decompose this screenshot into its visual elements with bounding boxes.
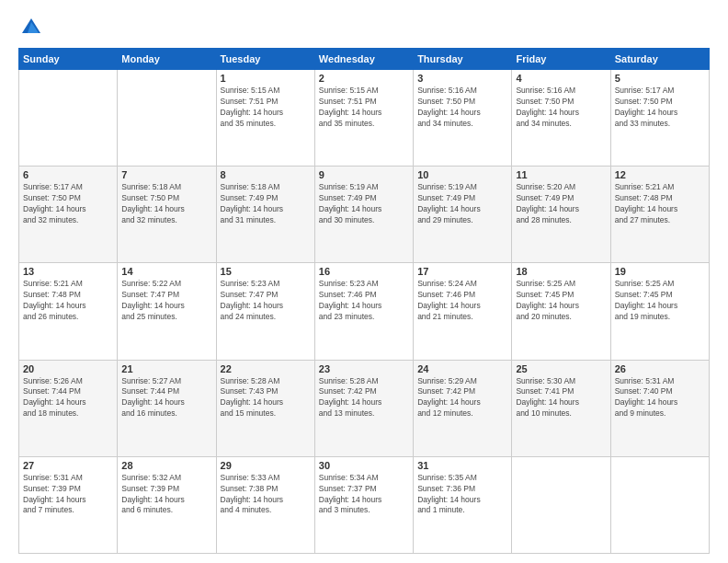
- calendar-table: SundayMondayTuesdayWednesdayThursdayFrid…: [18, 48, 710, 554]
- calendar-day-cell: 5Sunrise: 5:17 AM Sunset: 7:50 PM Daylig…: [610, 70, 709, 167]
- day-number: 14: [121, 266, 211, 277]
- day-info: Sunrise: 5:30 AM Sunset: 7:41 PM Dayligh…: [516, 376, 606, 420]
- calendar-day-cell: 7Sunrise: 5:18 AM Sunset: 7:50 PM Daylig…: [118, 167, 216, 263]
- day-number: 16: [319, 266, 409, 277]
- calendar-day-cell: 25Sunrise: 5:30 AM Sunset: 7:41 PM Dayli…: [512, 360, 610, 456]
- calendar-day-cell: 11Sunrise: 5:20 AM Sunset: 7:49 PM Dayli…: [512, 167, 610, 263]
- day-info: Sunrise: 5:18 AM Sunset: 7:50 PM Dayligh…: [121, 182, 211, 226]
- day-number: 17: [417, 266, 507, 277]
- calendar-day-cell: [512, 456, 610, 553]
- day-number: 1: [221, 73, 311, 84]
- calendar-day-cell: 10Sunrise: 5:19 AM Sunset: 7:49 PM Dayli…: [414, 167, 512, 263]
- calendar-day-cell: 28Sunrise: 5:32 AM Sunset: 7:39 PM Dayli…: [118, 456, 216, 553]
- day-number: 10: [417, 169, 507, 180]
- calendar-day-header: Wednesday: [314, 49, 413, 70]
- day-info: Sunrise: 5:24 AM Sunset: 7:46 PM Dayligh…: [417, 279, 507, 323]
- calendar-day-header: Thursday: [414, 49, 512, 70]
- day-number: 21: [121, 363, 211, 374]
- calendar-day-header: Sunday: [19, 49, 118, 70]
- day-info: Sunrise: 5:28 AM Sunset: 7:42 PM Dayligh…: [319, 376, 409, 420]
- logo-icon: [18, 15, 44, 40]
- day-info: Sunrise: 5:19 AM Sunset: 7:49 PM Dayligh…: [319, 182, 409, 226]
- calendar-day-cell: 30Sunrise: 5:34 AM Sunset: 7:37 PM Dayli…: [314, 456, 413, 553]
- day-info: Sunrise: 5:15 AM Sunset: 7:51 PM Dayligh…: [221, 86, 311, 130]
- day-number: 3: [417, 73, 507, 84]
- calendar-day-cell: 15Sunrise: 5:23 AM Sunset: 7:47 PM Dayli…: [216, 263, 314, 360]
- day-number: 5: [615, 73, 705, 84]
- day-number: 27: [23, 460, 113, 471]
- day-info: Sunrise: 5:25 AM Sunset: 7:45 PM Dayligh…: [516, 279, 606, 323]
- calendar-day-cell: 1Sunrise: 5:15 AM Sunset: 7:51 PM Daylig…: [216, 70, 314, 167]
- calendar-day-header: Tuesday: [216, 49, 314, 70]
- day-number: 31: [417, 460, 507, 471]
- calendar-day-cell: [610, 456, 709, 553]
- calendar-day-cell: 24Sunrise: 5:29 AM Sunset: 7:42 PM Dayli…: [414, 360, 512, 456]
- calendar-day-header: Monday: [118, 49, 216, 70]
- calendar-day-cell: 26Sunrise: 5:31 AM Sunset: 7:40 PM Dayli…: [610, 360, 709, 456]
- day-number: 30: [319, 460, 409, 471]
- calendar-day-cell: 20Sunrise: 5:26 AM Sunset: 7:44 PM Dayli…: [19, 360, 118, 456]
- day-info: Sunrise: 5:31 AM Sunset: 7:40 PM Dayligh…: [615, 376, 705, 420]
- day-number: 23: [319, 363, 409, 374]
- calendar-day-cell: 14Sunrise: 5:22 AM Sunset: 7:47 PM Dayli…: [118, 263, 216, 360]
- calendar-week-row: 1Sunrise: 5:15 AM Sunset: 7:51 PM Daylig…: [19, 70, 710, 167]
- day-number: 12: [615, 169, 705, 180]
- calendar-day-cell: 31Sunrise: 5:35 AM Sunset: 7:36 PM Dayli…: [414, 456, 512, 553]
- day-info: Sunrise: 5:16 AM Sunset: 7:50 PM Dayligh…: [516, 86, 606, 130]
- day-number: 29: [221, 460, 311, 471]
- calendar-day-cell: [118, 70, 216, 167]
- calendar-day-cell: 19Sunrise: 5:25 AM Sunset: 7:45 PM Dayli…: [610, 263, 709, 360]
- calendar-day-cell: 21Sunrise: 5:27 AM Sunset: 7:44 PM Dayli…: [118, 360, 216, 456]
- calendar-week-row: 27Sunrise: 5:31 AM Sunset: 7:39 PM Dayli…: [19, 456, 710, 553]
- day-number: 13: [23, 266, 113, 277]
- day-info: Sunrise: 5:33 AM Sunset: 7:38 PM Dayligh…: [221, 473, 311, 517]
- calendar-day-cell: 12Sunrise: 5:21 AM Sunset: 7:48 PM Dayli…: [610, 167, 709, 263]
- day-info: Sunrise: 5:17 AM Sunset: 7:50 PM Dayligh…: [23, 182, 113, 226]
- day-number: 8: [221, 169, 311, 180]
- day-info: Sunrise: 5:20 AM Sunset: 7:49 PM Dayligh…: [516, 182, 606, 226]
- day-number: 15: [221, 266, 311, 277]
- day-number: 2: [319, 73, 409, 84]
- calendar-day-cell: 27Sunrise: 5:31 AM Sunset: 7:39 PM Dayli…: [19, 456, 118, 553]
- calendar-day-cell: 6Sunrise: 5:17 AM Sunset: 7:50 PM Daylig…: [19, 167, 118, 263]
- day-info: Sunrise: 5:34 AM Sunset: 7:37 PM Dayligh…: [319, 473, 409, 517]
- day-number: 9: [319, 169, 409, 180]
- calendar-day-cell: 22Sunrise: 5:28 AM Sunset: 7:43 PM Dayli…: [216, 360, 314, 456]
- day-info: Sunrise: 5:23 AM Sunset: 7:46 PM Dayligh…: [319, 279, 409, 323]
- day-info: Sunrise: 5:35 AM Sunset: 7:36 PM Dayligh…: [417, 473, 507, 517]
- calendar-day-cell: 29Sunrise: 5:33 AM Sunset: 7:38 PM Dayli…: [216, 456, 314, 553]
- day-info: Sunrise: 5:28 AM Sunset: 7:43 PM Dayligh…: [221, 376, 311, 420]
- calendar-day-header: Saturday: [610, 49, 709, 70]
- calendar-day-cell: 9Sunrise: 5:19 AM Sunset: 7:49 PM Daylig…: [314, 167, 413, 263]
- calendar-header-row: SundayMondayTuesdayWednesdayThursdayFrid…: [19, 49, 710, 70]
- day-info: Sunrise: 5:32 AM Sunset: 7:39 PM Dayligh…: [121, 473, 211, 517]
- day-number: 24: [417, 363, 507, 374]
- header: [18, 15, 710, 40]
- day-info: Sunrise: 5:17 AM Sunset: 7:50 PM Dayligh…: [615, 86, 705, 130]
- calendar-day-cell: 4Sunrise: 5:16 AM Sunset: 7:50 PM Daylig…: [512, 70, 610, 167]
- calendar-day-cell: 3Sunrise: 5:16 AM Sunset: 7:50 PM Daylig…: [414, 70, 512, 167]
- calendar-day-cell: 8Sunrise: 5:18 AM Sunset: 7:49 PM Daylig…: [216, 167, 314, 263]
- calendar-day-cell: 13Sunrise: 5:21 AM Sunset: 7:48 PM Dayli…: [19, 263, 118, 360]
- day-info: Sunrise: 5:22 AM Sunset: 7:47 PM Dayligh…: [121, 279, 211, 323]
- day-info: Sunrise: 5:25 AM Sunset: 7:45 PM Dayligh…: [615, 279, 705, 323]
- calendar-week-row: 13Sunrise: 5:21 AM Sunset: 7:48 PM Dayli…: [19, 263, 710, 360]
- day-number: 7: [121, 169, 211, 180]
- day-number: 26: [615, 363, 705, 374]
- day-info: Sunrise: 5:29 AM Sunset: 7:42 PM Dayligh…: [417, 376, 507, 420]
- day-number: 28: [121, 460, 211, 471]
- day-number: 18: [516, 266, 606, 277]
- day-info: Sunrise: 5:31 AM Sunset: 7:39 PM Dayligh…: [23, 473, 113, 517]
- day-number: 4: [516, 73, 606, 84]
- calendar-week-row: 20Sunrise: 5:26 AM Sunset: 7:44 PM Dayli…: [19, 360, 710, 456]
- day-info: Sunrise: 5:15 AM Sunset: 7:51 PM Dayligh…: [319, 86, 409, 130]
- calendar-day-cell: 23Sunrise: 5:28 AM Sunset: 7:42 PM Dayli…: [314, 360, 413, 456]
- calendar-day-cell: [19, 70, 118, 167]
- day-number: 6: [23, 169, 113, 180]
- day-info: Sunrise: 5:21 AM Sunset: 7:48 PM Dayligh…: [23, 279, 113, 323]
- calendar-day-cell: 17Sunrise: 5:24 AM Sunset: 7:46 PM Dayli…: [414, 263, 512, 360]
- day-number: 11: [516, 169, 606, 180]
- day-number: 20: [23, 363, 113, 374]
- calendar-day-header: Friday: [512, 49, 610, 70]
- day-info: Sunrise: 5:18 AM Sunset: 7:49 PM Dayligh…: [221, 182, 311, 226]
